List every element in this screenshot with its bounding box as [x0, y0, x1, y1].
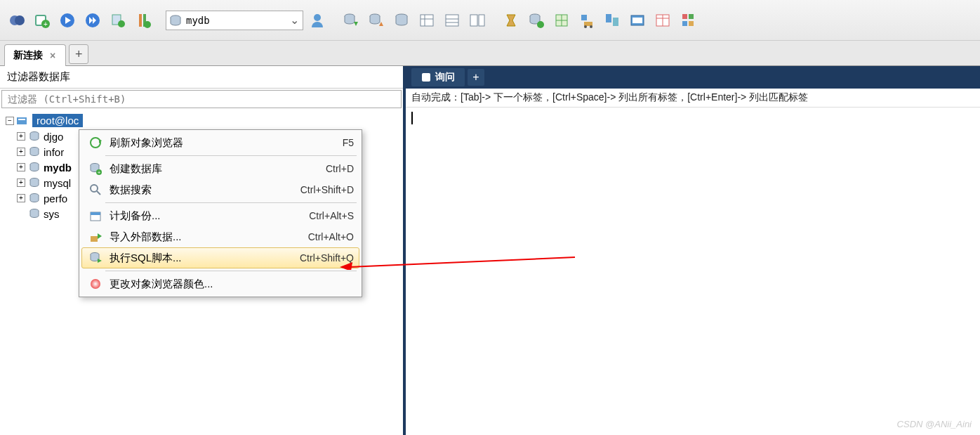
import-up-icon[interactable]	[365, 9, 388, 32]
query-tab[interactable]: 询问	[411, 68, 465, 86]
sql-editor[interactable]	[406, 108, 980, 435]
menu-label: 计划备份...	[110, 209, 309, 223]
svg-rect-12	[139, 14, 142, 27]
svg-rect-51	[18, 119, 25, 120]
tree-root[interactable]: − root@loc	[6, 112, 397, 129]
svg-rect-68	[91, 236, 98, 242]
connection-icon[interactable]	[6, 9, 28, 32]
expand-icon[interactable]: +	[17, 132, 25, 141]
execute-icon[interactable]	[56, 9, 79, 32]
table-icon-1[interactable]	[416, 9, 438, 32]
menu-color[interactable]: 更改对象浏览器颜色...	[81, 273, 359, 294]
collapse-icon[interactable]: −	[6, 117, 14, 125]
tool-icon-4[interactable]	[576, 9, 598, 32]
autocomplete-hint: 自动完成：[Tab]-> 下一个标签，[Ctrl+Space]-> 列出所有标签…	[406, 89, 980, 108]
tool-icon-8[interactable]	[677, 9, 699, 32]
connection-tab[interactable]: 新连接 ×	[4, 44, 66, 66]
tool-icon-6[interactable]	[626, 9, 649, 32]
add-tab-button[interactable]: +	[69, 44, 88, 64]
close-tab-icon[interactable]: ×	[48, 50, 57, 61]
svg-rect-58	[422, 73, 430, 82]
svg-marker-18	[354, 22, 358, 26]
menu-backup[interactable]: 计划备份... Ctrl+Alt+S	[81, 205, 359, 226]
expand-icon[interactable]: +	[17, 148, 25, 156]
expand-icon[interactable]: +	[17, 163, 25, 171]
svg-rect-42	[633, 18, 642, 23]
table-icon-3[interactable]	[466, 9, 489, 32]
menu-search[interactable]: 数据搜索 Ctrl+Shift+D	[81, 179, 359, 200]
database-icon	[169, 14, 182, 27]
query-panel: 询问 + 自动完成：[Tab]-> 下一个标签，[Ctrl+Space]-> 列…	[406, 66, 980, 435]
dropdown-arrow-icon[interactable]: ⌄	[289, 13, 300, 27]
table-icon-2[interactable]	[441, 9, 463, 32]
menu-create-db[interactable]: + 创建数据库 Ctrl+D	[81, 158, 359, 179]
execute-sql-icon	[87, 251, 104, 265]
tool-icon-7[interactable]	[651, 9, 674, 32]
search-icon	[87, 183, 104, 197]
filter-input[interactable]	[1, 90, 402, 108]
refresh-icon[interactable]	[107, 9, 129, 32]
svg-point-72	[91, 279, 100, 289]
menu-shortcut: Ctrl+Alt+O	[308, 231, 354, 242]
menu-label: 创建数据库	[110, 162, 326, 176]
import-icon	[87, 230, 104, 244]
query-tab-icon	[421, 72, 431, 82]
menu-separator	[105, 271, 357, 271]
schedule-icon	[87, 209, 104, 223]
svg-point-31	[537, 21, 544, 28]
tree-db-label: mysql	[44, 177, 71, 189]
tree-db-label: sys	[44, 208, 60, 220]
database-icon	[28, 176, 41, 189]
expand-icon[interactable]: +	[17, 194, 25, 202]
tool-icon-1[interactable]	[500, 9, 522, 32]
user-icon[interactable]	[306, 9, 329, 32]
menu-shortcut: Ctrl+D	[326, 163, 354, 174]
svg-rect-40	[613, 18, 618, 26]
svg-text:+: +	[98, 169, 101, 175]
database-icon	[28, 145, 41, 158]
svg-line-65	[97, 191, 100, 195]
svg-marker-71	[98, 259, 102, 263]
color-wheel-icon	[87, 277, 104, 291]
database-icon	[28, 161, 41, 174]
svg-rect-46	[682, 14, 687, 19]
svg-rect-49	[689, 21, 694, 26]
format-icon[interactable]	[132, 9, 154, 32]
context-menu: 刷新对象浏览器 F5 + 创建数据库 Ctrl+D 数据搜索 Ctrl+Shif…	[79, 129, 362, 297]
menu-execute-sql[interactable]: 执行SQL脚本... Ctrl+Shift+Q	[81, 247, 359, 268]
menu-label: 更改对象浏览器颜色...	[110, 278, 354, 291]
svg-rect-48	[682, 21, 687, 26]
menu-label: 执行SQL脚本...	[110, 252, 300, 265]
tool-icon-5[interactable]	[601, 9, 623, 32]
database-selector[interactable]: ⌄	[166, 11, 303, 30]
tree-db-label: mydb	[44, 162, 72, 174]
svg-point-11	[118, 20, 125, 27]
tool-icon-3[interactable]	[550, 9, 573, 32]
menu-separator	[105, 202, 357, 203]
menu-shortcut: Ctrl+Shift+Q	[300, 252, 354, 264]
database-input[interactable]	[186, 15, 284, 26]
svg-rect-28	[470, 15, 477, 26]
database-icon	[28, 207, 41, 220]
add-query-tab-button[interactable]: +	[468, 69, 484, 86]
backup-icon[interactable]	[390, 9, 413, 32]
svg-rect-67	[91, 212, 100, 215]
export-down-icon[interactable]	[340, 9, 362, 32]
tree-db-label: infor	[44, 146, 64, 158]
new-query-icon[interactable]: +	[31, 9, 53, 32]
query-tab-bar: 询问 +	[406, 66, 980, 89]
connection-tab-bar: 新连接 × +	[0, 41, 980, 66]
database-icon	[28, 192, 41, 204]
svg-point-14	[144, 21, 151, 28]
watermark: CSDN @ANii_Aini	[897, 419, 972, 429]
menu-shortcut: Ctrl+Alt+S	[309, 210, 354, 221]
tool-icon-2[interactable]	[525, 9, 548, 32]
expand-icon[interactable]: +	[17, 178, 25, 187]
svg-rect-47	[689, 14, 694, 19]
svg-rect-25	[446, 15, 458, 26]
menu-shortcut: Ctrl+Shift+D	[300, 184, 354, 195]
menu-refresh[interactable]: 刷新对象浏览器 F5	[81, 132, 359, 153]
menu-import[interactable]: 导入外部数据... Ctrl+Alt+O	[81, 226, 359, 247]
query-tab-label: 询问	[435, 71, 455, 84]
execute-all-icon[interactable]	[81, 9, 104, 32]
